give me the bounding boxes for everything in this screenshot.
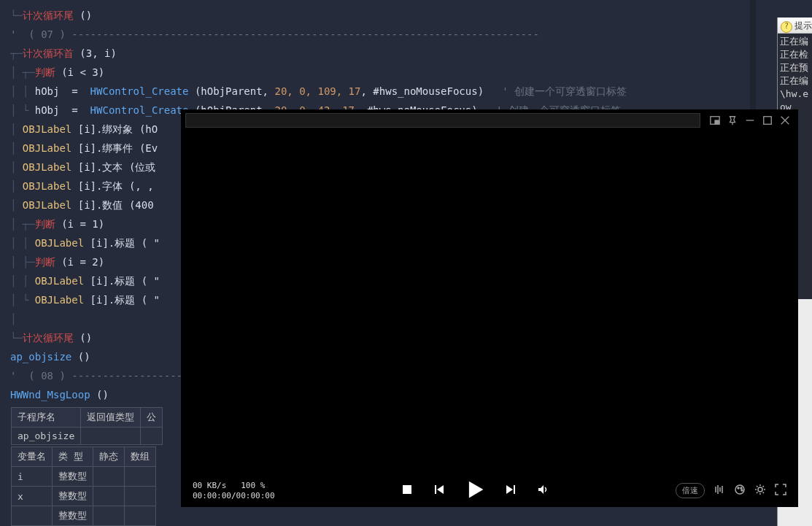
stop-button[interactable] — [401, 484, 413, 498]
hint-line: 正在编 — [780, 35, 810, 48]
svg-point-20 — [741, 487, 742, 489]
svg-marker-10 — [469, 481, 484, 498]
svg-rect-4 — [764, 117, 772, 125]
hint-line: 正在检 — [780, 48, 810, 61]
svg-marker-11 — [506, 485, 513, 494]
svg-rect-7 — [403, 485, 411, 494]
volume-button[interactable] — [537, 484, 549, 498]
hint-line: 正在编 — [780, 74, 810, 88]
close-icon[interactable] — [776, 112, 794, 129]
hint-line: 正在预 — [780, 61, 810, 74]
video-player: 00 KB/s 100 % 00:00:00/00:00:00 倍速 — [181, 109, 798, 507]
pin-icon[interactable] — [724, 112, 741, 129]
svg-point-22 — [758, 487, 762, 492]
maximize-icon[interactable] — [759, 112, 776, 129]
next-button[interactable] — [505, 484, 517, 498]
svg-rect-8 — [435, 485, 436, 494]
speed-button[interactable]: 倍速 — [676, 483, 705, 498]
svg-rect-1 — [715, 120, 719, 123]
svg-marker-9 — [437, 485, 444, 494]
fullscreen-icon[interactable] — [775, 484, 786, 498]
svg-point-19 — [738, 487, 739, 489]
svg-rect-12 — [514, 485, 515, 494]
palette-icon[interactable] — [734, 484, 746, 498]
settings-icon[interactable] — [754, 484, 766, 498]
comment-line: ' ( 07 ) -------------------------------… — [10, 25, 750, 44]
video-canvas[interactable] — [181, 131, 798, 474]
hint-line: \hw.e — [780, 88, 810, 101]
minimize-icon[interactable] — [741, 112, 759, 129]
play-button[interactable] — [465, 480, 484, 501]
url-input[interactable] — [185, 113, 700, 128]
prev-button[interactable] — [433, 484, 445, 498]
picture-in-picture-icon[interactable] — [706, 112, 724, 129]
stream-info: 00 KB/s 100 % 00:00:00/00:00:00 — [193, 481, 275, 501]
svg-marker-13 — [538, 485, 544, 494]
hint-title: 提示 — [778, 18, 812, 34]
equalizer-icon[interactable] — [714, 484, 725, 498]
svg-point-21 — [741, 490, 743, 491]
